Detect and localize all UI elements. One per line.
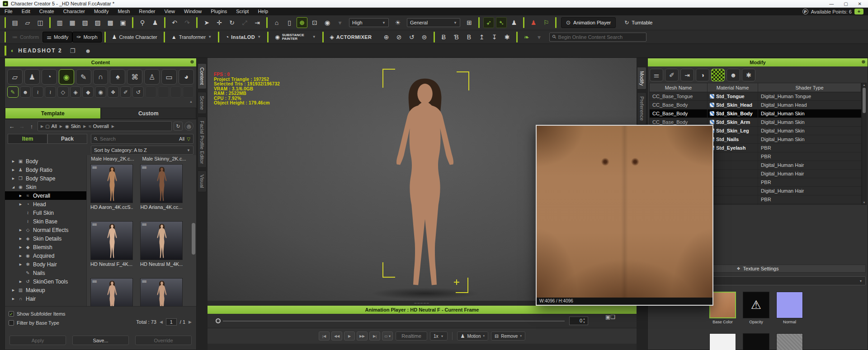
instalod-button[interactable]: ◔ InstaLOD ▼ (222, 32, 264, 43)
save-project-icon[interactable]: ◫ (35, 17, 46, 28)
empty-slot[interactable] (170, 86, 182, 98)
Modify[interactable]: Modify (90, 9, 113, 14)
render-video-icon[interactable]: ▣ (605, 314, 610, 320)
import-content-icon[interactable]: ▦ (67, 17, 78, 28)
skin-overall-icon[interactable]: ✎ (7, 86, 19, 98)
Skin Base[interactable]: ≀ Skin Base (5, 217, 86, 226)
View[interactable]: View (160, 9, 179, 14)
go-to-end-button[interactable]: ▶| (369, 331, 380, 341)
Head[interactable]: ▶ ◔ Head (5, 200, 86, 208)
texture-preview-popup[interactable]: W:4096 / H:4096 (536, 125, 713, 306)
tree-arrow-icon[interactable]: ▶ (11, 177, 15, 180)
panel-collapse-icon[interactable]: ◎ (184, 122, 193, 131)
skin-tools-icon[interactable]: ↺ (132, 86, 144, 98)
playback-speed-dropdown[interactable]: 1x ▼ (430, 331, 448, 341)
Mesh[interactable]: Mesh (113, 9, 134, 14)
skin-profile-icon[interactable]: ☻ (726, 69, 740, 81)
content-panel-header[interactable]: Content ⊗ (5, 58, 196, 66)
bridge-round-icon[interactable]: Ɓ (451, 32, 462, 43)
group-separator[interactable] (5, 17, 6, 28)
edit-motion-icon[interactable]: ➴ (496, 17, 507, 28)
HD Neutral M_4K....[interactable]: ≡≡ HD Neutral M_4K.... (140, 221, 183, 268)
checkbox-checked-icon[interactable]: ✓ (9, 311, 14, 317)
attach-figure-icon[interactable]: ♟ (509, 17, 519, 28)
Skin[interactable]: ◢ ◉ Skin (5, 183, 86, 191)
camera-view-icon[interactable]: ◉ (322, 17, 333, 28)
Body Shape[interactable]: ▶ ❒ Body Shape (5, 174, 86, 183)
select-tool-icon[interactable]: ➤ (201, 17, 212, 28)
skin-blemish-icon[interactable]: ◆ (82, 86, 94, 98)
minimize-button[interactable]: — (829, 1, 834, 6)
substance-painter-button[interactable]: ◉ SUBSTANCE PAINTER ▼ (271, 32, 319, 43)
scrollbar-thumb[interactable] (863, 88, 866, 113)
empty-slot[interactable] (145, 86, 156, 98)
tree-arrow-icon[interactable]: ▶ (19, 237, 23, 241)
group-separator[interactable] (196, 17, 198, 28)
upload-icon[interactable]: ↥ (476, 32, 487, 43)
online-content-search[interactable]: ⚲ (549, 33, 646, 42)
character-list-icon[interactable]: ⊜ (419, 32, 430, 43)
up-icon[interactable]: ↑ (28, 123, 36, 130)
tree-arrow-icon[interactable]: ▶ (19, 194, 23, 198)
content-search[interactable]: ⚲ All ▽ (91, 134, 193, 144)
tree-arrow-icon[interactable]: ◢ (11, 185, 15, 189)
modify-mode-button[interactable]: ⚌ Modify (42, 32, 72, 43)
render-mode-dropdown[interactable]: General ▼ (407, 18, 460, 27)
HD Aaron_4K.ccS...[interactable]: ≡≡ HD Aaron_4K.ccS... (90, 164, 133, 211)
content-store-icon[interactable]: ❧ (521, 32, 532, 43)
Skin[interactable]: ◉ Skin ▶ (65, 123, 87, 129)
gizmo-crosshair-icon[interactable] (454, 279, 459, 285)
bridge-bold-icon[interactable]: B (464, 32, 475, 43)
swatch-white[interactable] (709, 333, 736, 350)
Overall[interactable]: ▶ ≈ Overall (5, 191, 86, 200)
category-accessory-icon[interactable]: ⌘ (127, 69, 142, 85)
tree-arrow-icon[interactable]: ▶ (19, 280, 23, 284)
snap-tool-icon[interactable]: ⇥ (252, 17, 263, 28)
Facial Profile Editor[interactable]: Facial Profile Editor (198, 117, 207, 168)
Skin Details[interactable]: ▶ ◈ Skin Details (5, 234, 86, 243)
Body Hair[interactable]: ▶ ❃ Body Hair (5, 260, 86, 269)
close-button[interactable]: ✕ (858, 1, 862, 6)
tree-arrow-icon[interactable]: ▶ (11, 297, 15, 301)
Blemish[interactable]: ▶ ◆ Blemish (5, 243, 86, 251)
tree-arrow-icon[interactable]: ▶ (19, 203, 23, 206)
HD Ariana_4K.cc...[interactable]: ≡≡ HD Ariana_4K.cc... (140, 164, 183, 211)
skin-nails-icon[interactable]: ✐ (120, 86, 132, 98)
download-icon[interactable]: ↧ (489, 32, 500, 43)
tree-arrow-icon[interactable]: ▶ (19, 263, 23, 266)
tree-arrow-icon[interactable]: ▶ (19, 246, 23, 249)
sort-dropdown[interactable]: Sort by Category: A to Z ▼ (91, 146, 193, 155)
group-separator[interactable] (49, 17, 51, 28)
store-caret-icon[interactable]: ▾ (534, 32, 545, 43)
Normal Effects[interactable]: ▶ ◇ Normal Effects (5, 226, 86, 234)
skin-full-icon[interactable]: ≀ (32, 86, 43, 98)
Visual[interactable]: Visual (198, 170, 207, 192)
Scene[interactable]: Scene (198, 92, 207, 114)
face-mask-icon[interactable]: ☻ (83, 46, 93, 56)
character-reload-icon[interactable]: ↺ (406, 32, 417, 43)
animation-player-button[interactable]: ⊙ Animation Player (561, 17, 616, 28)
add-points-button[interactable]: + (854, 9, 863, 14)
scroll-up-icon[interactable]: ▲ (862, 84, 866, 86)
Character[interactable]: Character (59, 9, 90, 14)
category-all-icon[interactable]: ▱ (7, 69, 23, 85)
material-row[interactable]: CC_Base_Body Std_Skin_Body Digital_Human… (650, 109, 861, 118)
morph-mode-button[interactable]: ✑ Morph (72, 32, 101, 43)
snapshot-icon[interactable]: ❏ (610, 314, 615, 320)
checkbox-empty-icon[interactable] (9, 320, 14, 326)
library-icon[interactable]: ❐ (68, 46, 78, 56)
thumbnail-label[interactable]: Male Heavy_2K.c... (87, 156, 138, 161)
step-back-button[interactable]: ◀◀ (331, 331, 342, 341)
send-to-icon[interactable]: ▨ (92, 17, 103, 28)
play-button[interactable]: ▶ (344, 331, 355, 341)
material-row[interactable]: CC_Base_Body Std_Skin_Head Digital_Human… (650, 101, 861, 109)
redo-icon[interactable]: ↷ (182, 17, 193, 28)
frame-avatar-icon[interactable]: ▯ (284, 17, 295, 28)
show-subfolder-checkbox[interactable]: ✓ Show Subfolder Items (9, 309, 193, 318)
bridge-flag-icon[interactable]: Ƀ (439, 32, 449, 43)
skin-bodyhair-icon[interactable]: ❖ (108, 86, 119, 98)
refresh-icon[interactable]: ↻ (174, 122, 183, 131)
Create[interactable]: Create (35, 9, 59, 14)
render-settings-icon[interactable]: ✱ (742, 69, 755, 81)
material-texture-icon[interactable] (711, 69, 725, 81)
